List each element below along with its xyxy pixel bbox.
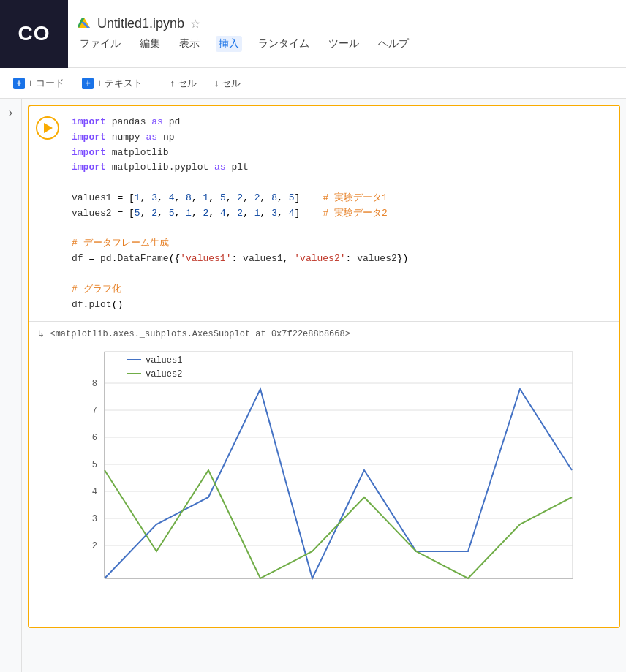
svg-text:7: 7: [92, 406, 97, 416]
add-text-button[interactable]: + + テキスト: [75, 74, 150, 93]
add-code-label: + コード: [28, 77, 64, 90]
move-cell-down-button[interactable]: ↓ セル: [207, 74, 249, 93]
notebook-title[interactable]: Untitled1.ipynb: [97, 16, 184, 31]
chart-container: 2 3 4 5 6 7 8: [38, 344, 610, 621]
logo-area: CO: [0, 0, 68, 68]
menu-insert[interactable]: 挿入: [216, 36, 242, 52]
star-icon[interactable]: ☆: [190, 17, 200, 31]
svg-text:5: 5: [92, 460, 97, 470]
add-text-label: + テキスト: [97, 77, 143, 90]
code-line-3: import matplotlib: [72, 146, 613, 161]
up-cell-label: セル: [178, 77, 197, 90]
menu-help[interactable]: ヘルプ: [375, 36, 412, 52]
drive-icon: [77, 16, 91, 31]
code-line-2: import numpy as np: [72, 130, 613, 146]
svg-text:8: 8: [92, 379, 97, 389]
code-line-5: [72, 175, 613, 191]
svg-rect-3: [105, 352, 573, 578]
add-code-button[interactable]: + + コード: [6, 74, 72, 93]
output-text-row: ↳ <matplotlib.axes._subplots.AxesSubplot…: [38, 328, 610, 340]
legend-values2-label: values2: [146, 369, 182, 380]
code-line-7: values2 = [5, 2, 5, 1, 2, 4, 2, 1, 3, 4]…: [72, 206, 613, 222]
run-cell-button[interactable]: [36, 116, 59, 140]
side-panel: ›: [0, 99, 22, 672]
add-text-icon: +: [82, 78, 94, 89]
menu-tools[interactable]: ツール: [325, 36, 362, 52]
toolbar-divider: [156, 75, 156, 92]
svg-text:3: 3: [92, 514, 97, 524]
run-btn-area: [29, 106, 66, 140]
code-line-10: df = pd.DataFrame({'values1': values1, '…: [72, 252, 613, 267]
sidebar-toggle-button[interactable]: ›: [9, 106, 12, 119]
code-line-11: [72, 267, 613, 282]
svg-text:2: 2: [92, 541, 97, 551]
main-content: › import pandas as pd import numpy as np…: [0, 99, 626, 672]
code-line-9: # データフレーム生成: [72, 236, 613, 252]
menu-file[interactable]: ファイル: [77, 36, 124, 52]
up-arrow-icon: ↑: [170, 78, 175, 88]
logo-text: CO: [18, 22, 50, 45]
cell-input-area: import pandas as pd import numpy as np i…: [29, 106, 619, 321]
code-line-4: import matplotlib.pyplot as plt: [72, 160, 613, 175]
code-line-12: # グラフ化: [72, 282, 613, 298]
add-code-icon: +: [13, 78, 25, 89]
top-bar: CO Untitled1.ipynb ☆ ファイル 編集 表示 挿入 ランタイム…: [0, 0, 626, 68]
code-line-13: df.plot(): [72, 298, 613, 313]
title-menu-area: Untitled1.ipynb ☆ ファイル 編集 表示 挿入 ランタイム ツー…: [68, 16, 626, 52]
svg-text:4: 4: [92, 487, 97, 497]
code-line-1: import pandas as pd: [72, 115, 613, 130]
svg-text:6: 6: [92, 433, 97, 443]
chart-svg: 2 3 4 5 6 7 8: [68, 344, 580, 615]
output-arrow-icon: ↳: [38, 328, 44, 340]
play-icon: [44, 123, 53, 133]
title-row: Untitled1.ipynb ☆: [77, 16, 626, 31]
menu-row: ファイル 編集 表示 挿入 ランタイム ツール ヘルプ: [77, 36, 626, 52]
down-cell-label: セル: [222, 77, 241, 90]
menu-view[interactable]: 表示: [176, 36, 203, 52]
menu-edit[interactable]: 編集: [137, 36, 163, 52]
cell-code[interactable]: import pandas as pd import numpy as np i…: [66, 106, 619, 321]
notebook-area: import pandas as pd import numpy as np i…: [22, 99, 626, 672]
code-cell: import pandas as pd import numpy as np i…: [28, 105, 620, 628]
move-cell-up-button[interactable]: ↑ セル: [162, 74, 204, 93]
code-line-6: values1 = [1, 3, 4, 8, 1, 5, 2, 2, 8, 5]…: [72, 191, 613, 206]
cell-output: ↳ <matplotlib.axes._subplots.AxesSubplot…: [29, 321, 619, 627]
legend-values1-label: values1: [146, 355, 182, 366]
output-text: <matplotlib.axes._subplots.AxesSubplot a…: [50, 329, 350, 339]
code-line-8: [72, 222, 613, 237]
down-arrow-icon: ↓: [214, 78, 219, 88]
toolbar: + + コード + + テキスト ↑ セル ↓ セル: [0, 68, 626, 99]
menu-runtime[interactable]: ランタイム: [255, 36, 312, 52]
